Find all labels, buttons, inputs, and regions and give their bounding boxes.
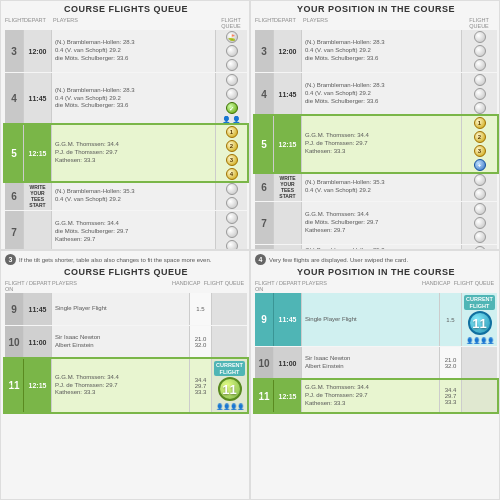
current-flight-number-br: 11 (468, 311, 492, 335)
table-row: 10 11:00 Sir Isaac Newton Albert Einstei… (255, 347, 497, 379)
desc-number-br: 4 (255, 254, 266, 265)
table-row: 6 WRITE YOUR TEES START (N.) Brambleman-… (255, 173, 497, 201)
row-arrow-icon (5, 148, 12, 158)
table-row: 10 11:00 Sir Isaac Newton Albert Einstei… (5, 326, 247, 358)
table-row: 4 11:45 (N.) Brambleman-Hollen: 28.3 0.4… (255, 73, 497, 115)
panel-bottom-left-title: COURSE FLIGHTS QUEUE (5, 267, 247, 277)
col-headers-tr: FLIGHT DEPART PLAYERS FLIGHT QUEUE (255, 17, 497, 29)
desc-text-br: Very few flights are displayed. User swi… (269, 257, 408, 263)
tee-time: 12:00 (23, 30, 51, 72)
players-cell: (N.) Brambleman-Hollen: 28.3 0.4 (V. van… (51, 73, 215, 124)
flight-num: 7 (5, 211, 23, 250)
desc-number-bl: 3 (5, 254, 16, 265)
row-arrow-icon (5, 381, 12, 391)
row-arrow-icon (255, 391, 262, 401)
queue-cell: 1 2 3 4 (215, 125, 247, 181)
main-container: COURSE FLIGHTS QUEUE FLIGHT DEPART PLAYE… (0, 0, 500, 500)
current-flight-badge-bl: CURRENT FLIGHT (214, 361, 245, 376)
col-headers-bl: FLIGHT / DEPART ON PLAYERS HANDICAP FLIG… (5, 280, 247, 292)
col-h-queue: FLIGHT QUEUE (215, 17, 247, 29)
current-flight-badge-br: CURRENT FLIGHT (464, 295, 495, 310)
panel-bottom-left: 3 If the tilt gets shorter, table also a… (0, 250, 250, 500)
players-cell: (N.) Brambleman-Hollen: 35.3 0.4 (V. van… (51, 182, 215, 210)
queue-cell: ⛳ (215, 30, 247, 72)
tee-time: 12:15 (23, 125, 51, 181)
players-cell: G.G.M. Thomssen: 34.4 P.J. de Thomssen: … (51, 125, 215, 181)
flights-rows-tl: 3 12:00 (N.) Brambleman-Hollen: 28.3 0.4… (5, 30, 247, 250)
table-row: 4 11:45 (N.) Brambleman-Hollen: 28.3 0.4… (5, 73, 247, 124)
desc-row-br: 4 Very few flights are displayed. User s… (255, 254, 497, 267)
queue-cell (215, 211, 247, 250)
flight-num: 4 (5, 73, 23, 124)
players-cell: G.G.M. Thomssen: 34.4 die Möts. Schulber… (51, 211, 215, 250)
table-row: 7 G.G.M. Thomssen: 34.4 die Möts. Schulb… (255, 202, 497, 244)
players-cell: (N.) Brambleman-Hollen: 28.3 0.4 (V. van… (51, 30, 215, 72)
table-row: 9 11:45 Single Player Flight 1.5 CURRENT… (255, 293, 497, 346)
flights-rows-tr: 3 12:00 (N.) Brambleman-Hollen: 28.3 0.4… (255, 30, 497, 250)
flight-num: 6 (5, 182, 23, 210)
table-row-highlighted: 11 12:15 G.G.M. Thomssen: 34.4 P.J. de T… (5, 359, 247, 412)
table-row-highlighted: 11 12:15 G.G.M. Thomssen: 34.4 P.J. de T… (255, 380, 497, 412)
col-headers-tl: FLIGHT DEPART PLAYERS FLIGHT QUEUE (5, 17, 247, 29)
panel-bottom-right: 4 Very few flights are displayed. User s… (250, 250, 500, 500)
tee-time (23, 211, 51, 250)
table-row: 6 WRITE YOUR TEES START (N.) Brambleman-… (5, 182, 247, 210)
col-h-depart: DEPART (24, 17, 52, 29)
panel-top-left-title: COURSE FLIGHTS QUEUE (5, 4, 247, 14)
col-h-players: PLAYERS (53, 17, 214, 29)
panel-top-right: YOUR POSITION IN THE COURSE FLIGHT DEPAR… (250, 0, 500, 250)
table-row-highlighted: 5 12:15 G.G.M. Thomssen: 34.4 P.J. de Th… (5, 125, 247, 181)
col-h-flight: FLIGHT (5, 17, 23, 29)
panel-bottom-right-title: YOUR POSITION IN THE COURSE (255, 267, 497, 277)
row-arrow-icon (255, 139, 262, 149)
queue-cell: ✓ 👤 👤 (215, 73, 247, 124)
table-row: 3 12:00 (N.) Brambleman-Hollen: 28.3 0.4… (5, 30, 247, 72)
panel-top-right-title: YOUR POSITION IN THE COURSE (255, 4, 497, 14)
tee-time: WRITE YOUR TEES START (23, 182, 51, 210)
tee-time: 11:45 (23, 73, 51, 124)
current-flight-number-bl: 11 (218, 377, 242, 401)
panel-top-left: COURSE FLIGHTS QUEUE FLIGHT DEPART PLAYE… (0, 0, 250, 250)
table-row-highlighted: 5 12:15 G.G.M. Thomssen: 34.4 P.J. de Th… (255, 116, 497, 172)
table-row: 3 12:00 (N.) Brambleman-Hollen: 28.3 0.4… (255, 30, 497, 72)
flight-num: 3 (5, 30, 23, 72)
table-row: 7 G.G.M. Thomssen: 34.4 die Möts. Schulb… (5, 211, 247, 250)
table-row: 9 11:45 Single Player Flight 1.5 (5, 293, 247, 325)
desc-row-bl: 3 If the tilt gets shorter, table also a… (5, 254, 247, 267)
desc-text-bl: If the tilt gets shorter, table also als… (19, 257, 211, 263)
queue-cell (215, 182, 247, 210)
col-headers-br: FLIGHT / DEPART ON PLAYERS HANDICAP FLIG… (255, 280, 497, 292)
